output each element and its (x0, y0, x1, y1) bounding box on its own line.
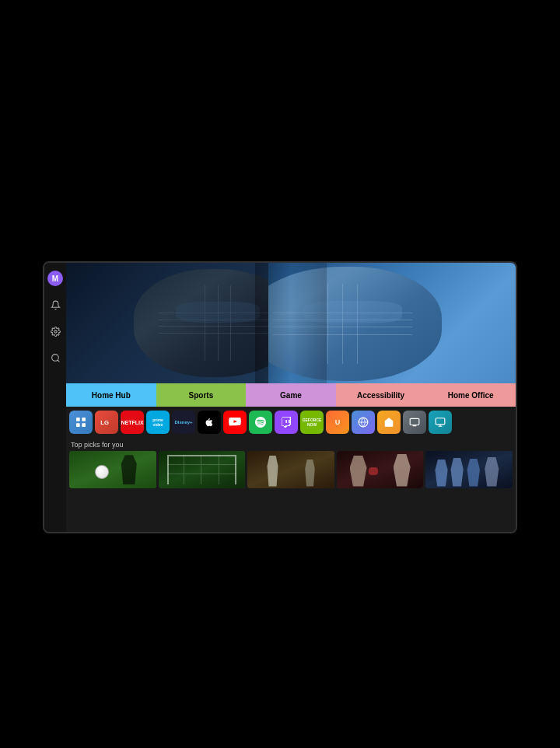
profile-avatar[interactable]: M (47, 271, 63, 286)
app-apps[interactable] (69, 411, 93, 434)
svg-rect-13 (436, 418, 445, 425)
tab-sports[interactable]: Sports (156, 383, 247, 407)
pick-item-handball[interactable] (247, 451, 334, 488)
app-screen[interactable] (403, 411, 426, 434)
apps-row: LG NETFLIX primevideo Disney+ (66, 407, 516, 438)
top-picks-section: Top picks for you (66, 438, 516, 532)
pick-item-soccer1[interactable] (69, 451, 156, 488)
nav-tabs: Home Hub Sports Game Accessibility Home … (66, 383, 516, 407)
svg-text:LG: LG (100, 419, 109, 426)
app-appletv[interactable] (198, 411, 221, 434)
svg-point-0 (54, 330, 56, 332)
search-icon[interactable] (47, 350, 63, 365)
top-picks-grid (66, 451, 516, 491)
app-extra[interactable] (429, 411, 452, 434)
app-lg[interactable]: LG (95, 411, 118, 434)
pick-item-football[interactable] (425, 451, 513, 488)
svg-rect-6 (82, 423, 86, 427)
gear-icon[interactable] (47, 323, 63, 339)
app-disney[interactable]: Disney+ (172, 411, 195, 434)
svg-rect-4 (82, 418, 86, 421)
app-spotify[interactable] (249, 411, 272, 434)
svg-line-2 (58, 360, 59, 362)
app-twitch[interactable] (275, 411, 298, 434)
svg-rect-3 (76, 418, 80, 421)
svg-rect-5 (76, 423, 80, 427)
pick-item-soccer2[interactable] (159, 451, 246, 488)
pick-item-boxing[interactable] (337, 451, 424, 488)
app-smarthome[interactable] (377, 411, 401, 434)
tab-game[interactable]: Game (246, 383, 336, 407)
bell-icon[interactable] (47, 297, 63, 313)
app-prime[interactable]: primevideo (146, 411, 170, 434)
main-content: Home Hub Sports Game Accessibility Home … (66, 263, 516, 532)
tab-home-hub[interactable]: Home Hub (66, 383, 156, 407)
hero-area (66, 263, 516, 383)
app-utomik[interactable]: U (326, 411, 349, 434)
tv-frame: M (43, 261, 517, 533)
app-youtube[interactable] (223, 411, 247, 434)
top-picks-label: Top picks for you (66, 438, 516, 451)
app-web[interactable] (352, 411, 375, 434)
app-geforce[interactable]: GEFORCENOW (300, 411, 324, 434)
svg-rect-10 (410, 418, 419, 425)
sidebar: M (44, 263, 66, 532)
svg-point-1 (51, 354, 58, 361)
tab-home-office[interactable]: Home Office (425, 383, 516, 407)
app-netflix[interactable]: NETFLIX (121, 411, 144, 434)
tab-accessibility[interactable]: Accessibility (336, 383, 426, 407)
